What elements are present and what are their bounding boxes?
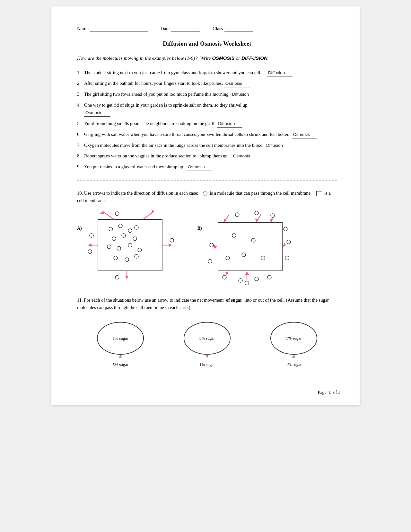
svg-point-36 (235, 213, 239, 217)
question-7: 7. Oxygen molecules move from the air sa… (77, 142, 337, 149)
svg-point-3 (128, 229, 132, 233)
worksheet-title: Diffusion and Osmosis Worksheet (77, 40, 337, 47)
answer-8: Osmosis (232, 153, 258, 160)
svg-marker-74 (292, 355, 295, 358)
svg-marker-60 (245, 271, 249, 275)
svg-point-35 (226, 256, 230, 260)
svg-line-20 (103, 211, 114, 219)
svg-point-1 (109, 227, 113, 231)
q11-underline-text: of sugar (226, 297, 242, 303)
svg-point-40 (287, 240, 291, 244)
date-underline (171, 26, 200, 31)
svg-point-39 (284, 227, 287, 231)
answer-4: Osmosis (84, 110, 110, 117)
svg-point-37 (255, 211, 258, 215)
answer-5: Diffusion (217, 120, 242, 128)
diagram-a-label: A) (77, 226, 82, 231)
cell-svg-3: 1% sugar (267, 319, 321, 361)
question-9: 9. You put raisins in a glass of water a… (77, 163, 337, 171)
answer-9: Osmosis (187, 164, 212, 171)
svg-point-18 (170, 238, 174, 242)
divider-line (77, 180, 337, 181)
svg-point-41 (285, 256, 289, 260)
svg-point-9 (117, 246, 121, 250)
cell-3-outside-label: 1% sugar (267, 362, 321, 367)
answer-6: Osmosis (292, 131, 317, 138)
svg-marker-23 (151, 210, 154, 214)
svg-line-22 (143, 211, 154, 219)
svg-point-31 (232, 234, 236, 237)
svg-point-2 (118, 224, 122, 228)
svg-marker-58 (225, 271, 228, 275)
diagram-b-svg (205, 210, 298, 287)
svg-marker-66 (119, 355, 122, 358)
svg-point-6 (122, 234, 126, 237)
diagram-a: A) (77, 210, 178, 284)
date-field: Date (161, 26, 200, 31)
svg-point-14 (135, 254, 138, 258)
class-underline (224, 26, 253, 31)
svg-text:3% sugar: 3% sugar (199, 336, 215, 341)
page-total: of 3 (333, 390, 340, 395)
svg-point-12 (114, 256, 118, 260)
molecule-symbol (203, 191, 207, 196)
svg-rect-0 (98, 219, 162, 271)
answer-2: Osmosis (224, 80, 250, 87)
question-2: 2. After sitting in the bathtub for hour… (77, 80, 337, 87)
question-8: 8. Robert sprays water on the veggies in… (77, 152, 337, 160)
diagram-a-svg (85, 210, 178, 284)
header-row: Name Date Class (77, 26, 337, 31)
svg-point-7 (133, 237, 137, 241)
svg-point-10 (128, 243, 132, 247)
cell-figure-1: 1% sugar 5% sugar (93, 319, 148, 367)
svg-point-16 (88, 250, 92, 253)
cell-svg-1: 1% sugar (93, 319, 148, 361)
name-field: Name (77, 26, 148, 31)
cells-row: 1% sugar 5% sugar 3% sugar 1% sugar 1% s (77, 319, 337, 367)
cell-figure-2: 3% sugar 1% sugar (180, 319, 234, 367)
svg-point-4 (135, 226, 138, 229)
worksheet-page: Name Date Class Diffusion and Osmosis Wo… (51, 6, 360, 405)
q10-number: 10. (77, 191, 84, 196)
svg-rect-30 (218, 223, 282, 271)
page-number: Page 1 of 3 (318, 390, 340, 395)
cell-2-outside-label: 1% sugar (180, 362, 234, 367)
svg-point-11 (138, 248, 142, 252)
svg-point-5 (112, 237, 116, 241)
q10-text: Use arrows to indicate the direction of … (84, 191, 198, 196)
svg-marker-29 (88, 243, 92, 247)
class-field: Class (213, 26, 253, 31)
svg-marker-27 (125, 276, 129, 279)
answer-7: Diffusion (265, 142, 291, 149)
page-label: Page (318, 390, 327, 395)
q11-section: 11. For each of the situations below use… (77, 297, 337, 311)
svg-point-33 (242, 253, 246, 257)
class-label: Class (213, 26, 223, 31)
svg-marker-25 (169, 243, 172, 247)
date-label: Date (161, 26, 170, 31)
q11-number: 11. (77, 297, 84, 303)
svg-marker-56 (283, 243, 286, 247)
answer-3: Diffusion (231, 91, 257, 98)
cell-1-outside-label: 5% sugar (93, 362, 148, 367)
svg-point-17 (115, 212, 119, 216)
membrane-symbol (316, 191, 322, 196)
svg-point-34 (261, 256, 265, 260)
svg-marker-70 (206, 355, 209, 358)
svg-point-32 (251, 238, 255, 242)
answer-1: Diffusion (267, 70, 293, 77)
svg-text:1% sugar: 1% sugar (286, 336, 302, 341)
svg-point-8 (107, 245, 111, 249)
q11-text: For each of the situations below use an … (84, 297, 223, 303)
svg-point-43 (208, 259, 212, 263)
svg-marker-62 (214, 245, 217, 249)
diagram-b: B) (197, 210, 298, 287)
svg-point-47 (267, 275, 271, 279)
question-5: 5. Yum! Something smells good. The neigh… (77, 120, 337, 128)
svg-point-44 (223, 275, 226, 279)
page-current: 1 (329, 390, 331, 395)
cell-figure-3: 1% sugar 1% sugar (267, 319, 321, 367)
q10-molecule-text: is a molecule that can pass through the … (210, 191, 311, 196)
question-4: 4. One way to get rid of slugs in your g… (77, 102, 337, 116)
diagram-b-label: B) (197, 226, 202, 231)
